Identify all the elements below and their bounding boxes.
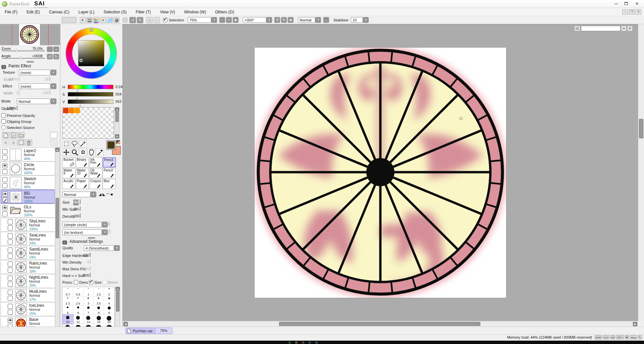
rotate-cw-button[interactable]: ↻ [281, 17, 287, 23]
layer-visibility-toggle[interactable] [8, 276, 13, 281]
clear-layer-button[interactable] [17, 139, 24, 146]
edge-hardness-slider[interactable]: 100 [90, 253, 91, 257]
swatch-panel[interactable] [62, 107, 114, 139]
view-mode-select[interactable]: Normal [298, 17, 315, 23]
quickbar-close-button[interactable]: ✕ [627, 26, 633, 31]
angle-select-dropdown-icon[interactable]: ▼ [266, 17, 272, 23]
os-taskbar[interactable] [0, 341, 644, 344]
swatch-color-3[interactable] [74, 108, 80, 113]
layer-row-rainlines[interactable]: RainLinesNormal18% [1, 260, 55, 274]
navigator-preview[interactable] [0, 24, 60, 45]
scale-value-box[interactable]: 20 [50, 76, 50, 81]
menu-edit[interactable]: Edit (E) [26, 10, 40, 14]
value-slider-marker[interactable]: △ [79, 104, 81, 107]
rgb-slider-panel-toggle[interactable] [87, 17, 93, 23]
nav-zoom-in-button[interactable]: + [53, 47, 59, 52]
swatch-color-1[interactable] [63, 108, 68, 113]
layer-edit-toggle[interactable] [8, 225, 13, 230]
window-close-button[interactable]: ✕ [632, 1, 642, 7]
hue-slider[interactable] [68, 85, 113, 89]
size-option[interactable]: 6 [73, 305, 84, 315]
brush-shape-value-box[interactable]: 100 [109, 221, 110, 226]
document-canvas[interactable] [255, 48, 506, 298]
scratchpad-panel-toggle[interactable] [113, 17, 119, 23]
layer-visibility-toggle[interactable] [8, 318, 13, 323]
hue-ring-cursor[interactable] [90, 28, 93, 31]
size-option[interactable]: 0.8 [73, 287, 84, 296]
magic-wand-tool[interactable] [79, 140, 87, 148]
layer-row-circle[interactable]: CircleNormal100% [1, 161, 55, 176]
brush-acrylic[interactable]: Acrylic [62, 179, 75, 189]
size-option[interactable]: 2 [104, 287, 114, 296]
clipping-group-checkbox[interactable] [1, 119, 6, 124]
brush-blend-select[interactable]: Normal [62, 192, 91, 197]
swap-colors-icon[interactable] [116, 140, 120, 144]
menu-canvas[interactable]: Canvas (C) [49, 10, 69, 14]
sv-cursor[interactable] [79, 59, 83, 62]
layer-opacity-slider[interactable]: 100% [17, 106, 17, 110]
selection-source-radio[interactable] [1, 125, 6, 130]
scroll-left-icon[interactable]: ◀ [123, 322, 128, 326]
layer-edit-toggle[interactable] [8, 239, 13, 245]
redo-button[interactable]: ↻ [137, 17, 143, 23]
quickbar-grid-icon[interactable] [574, 26, 580, 31]
nav-zoom-out-button[interactable]: − [47, 47, 53, 52]
layer-visibility-toggle[interactable] [2, 149, 7, 154]
transfer-down-button[interactable] [2, 139, 9, 146]
preserve-opacity-row[interactable]: Preserve Opacity [1, 113, 35, 118]
vscroll-thumb[interactable] [639, 119, 643, 138]
brush-water-9[interactable]: Water 9 [62, 168, 75, 178]
layer-row-skylines[interactable]: SkyLinesNormal100% [1, 218, 55, 232]
layer-list-scrollbar[interactable]: ▲ ▼ [55, 147, 60, 331]
layer-edit-toggle[interactable] [8, 268, 13, 273]
layer-edit-toggle[interactable] [2, 169, 7, 174]
effect-dropdown-icon[interactable]: ▼ [51, 83, 56, 89]
document-tab[interactable]: Pyrrhian.sai 75% [125, 328, 172, 334]
angle-reset-button[interactable]: ▣ [288, 17, 293, 23]
layer-extra-button[interactable] [50, 139, 57, 146]
layer-row-bg[interactable]: BGNormal100% [1, 190, 55, 204]
size-option[interactable]: 0.7 [63, 287, 73, 296]
layer-visibility-toggle[interactable] [2, 163, 7, 168]
layer-edit-toggle[interactable] [3, 198, 8, 203]
brush-texture-select[interactable]: (no texture) [62, 229, 102, 235]
mdi-minimize-button[interactable]: — [622, 9, 628, 14]
deselect-button[interactable]: ▨ [146, 17, 153, 23]
advanced-settings-header[interactable]: − Advanced Settings [62, 239, 103, 245]
collapse-icon[interactable]: − [1, 65, 6, 69]
layer-row-sandlines[interactable]: SandLinesNormal24% [1, 246, 55, 260]
size-option[interactable]: 10 [63, 315, 73, 324]
layer-edit-toggle[interactable] [8, 254, 13, 259]
width-slider[interactable]: 1 [19, 90, 19, 95]
taskbar-icon[interactable] [295, 341, 298, 344]
nav-zoom-slider[interactable] [2, 51, 45, 51]
hscroll-thumb[interactable] [279, 322, 480, 326]
press-blend-checkbox[interactable] [103, 280, 107, 284]
layer-visibility-toggle[interactable] [3, 192, 8, 197]
menu-layer[interactable]: Layer (L) [78, 10, 95, 14]
size-option[interactable]: 5 [63, 305, 73, 315]
rotate-ccw-button[interactable]: ↺ [274, 17, 280, 23]
canvas-workspace[interactable]: ▾ ✕ [123, 24, 638, 321]
layer-edit-toggle[interactable] [2, 155, 7, 160]
size-option[interactable]: 7 [84, 305, 94, 315]
min-density-slider[interactable]: 0 [90, 259, 91, 264]
vertical-scrollbar[interactable] [638, 24, 644, 321]
brush-ink-pen[interactable]: Ink Pen [89, 157, 102, 167]
window-maximize-button[interactable] [621, 1, 631, 7]
layer-visibility-toggle[interactable] [8, 248, 13, 253]
layer-visibility-toggle[interactable] [2, 205, 7, 210]
effect-select[interactable]: (none) [19, 83, 50, 89]
brush-paper[interactable]: Paper [76, 179, 89, 189]
stabilizer-dropdown-icon[interactable]: ▼ [363, 17, 369, 23]
brush-blur[interactable]: Blur [103, 179, 116, 189]
invert-selection-button[interactable]: ◎ [154, 17, 160, 23]
size-option[interactable]: 1.5 [94, 287, 104, 296]
zoom-reset-button[interactable]: ▣ [233, 17, 238, 23]
swatch-scrollbar[interactable]: ▲ ▼ [115, 107, 119, 139]
brush-crayon[interactable]: Crayon [89, 179, 102, 189]
press-size-checkbox[interactable] [89, 280, 93, 284]
selection-visibility-checkbox[interactable] [163, 18, 167, 22]
toolbar-color-preview[interactable] [62, 17, 76, 23]
texture-select[interactable]: (none) [19, 70, 50, 75]
